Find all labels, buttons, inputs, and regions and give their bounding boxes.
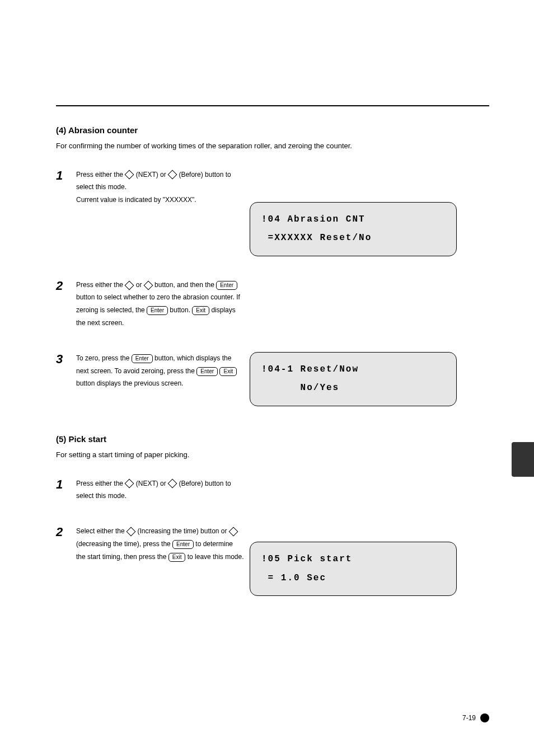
- exit-key: Exit: [192, 306, 209, 315]
- lcd-display: !04 Abrasion CNT =XXXXXX Reset/No: [250, 202, 457, 256]
- enter-key: Enter: [216, 281, 237, 290]
- before-icon: [168, 170, 177, 180]
- section-title-abrasion: (4) Abrasion counter: [56, 125, 489, 135]
- step-number: 1: [56, 477, 76, 492]
- decrease-icon: [228, 527, 238, 536]
- section-title-pickstart: (5) Pick start: [56, 434, 489, 444]
- step-number: 1: [56, 168, 76, 183]
- exit-key: Exit: [168, 553, 186, 562]
- section-subtitle-pickstart: For setting a start timing of paper pick…: [56, 449, 489, 461]
- step-text: Select either the (Increasing the time) …: [76, 525, 244, 563]
- enter-key: Enter: [132, 354, 153, 363]
- before-icon: [168, 479, 177, 489]
- increase-icon: [127, 527, 136, 536]
- lcd-display: !05 Pick start = 1.0 Sec: [250, 542, 457, 596]
- header-rule: [56, 56, 489, 106]
- enter-key: Enter: [147, 306, 168, 315]
- step-text: To zero, press the Enter button, which d…: [76, 352, 244, 390]
- lcd-display: !04-1 Reset/Now No/Yes: [250, 352, 457, 406]
- chapter-tab: [512, 442, 534, 477]
- page-footer: 7-19: [462, 713, 489, 722]
- step-number: 2: [56, 279, 76, 293]
- step-number: 2: [56, 525, 76, 539]
- step-number: 3: [56, 352, 76, 367]
- step-text: Press either the or button, and then the…: [76, 279, 244, 330]
- exit-key: Exit: [219, 367, 237, 376]
- diamond-icon: [125, 280, 134, 290]
- section-subtitle-abrasion: For confirming the number of working tim…: [56, 140, 489, 152]
- next-icon: [125, 170, 134, 180]
- next-icon: [125, 479, 134, 489]
- footer-bullet-icon: [480, 713, 489, 722]
- enter-key: Enter: [172, 540, 194, 549]
- diamond-icon: [143, 280, 153, 290]
- step-text: Press either the (NEXT) or (Before) butt…: [76, 168, 244, 206]
- enter-key: Enter: [196, 367, 218, 376]
- page-number: 7-19: [462, 714, 476, 722]
- step-text: Press either the (NEXT) or (Before) butt…: [76, 477, 244, 503]
